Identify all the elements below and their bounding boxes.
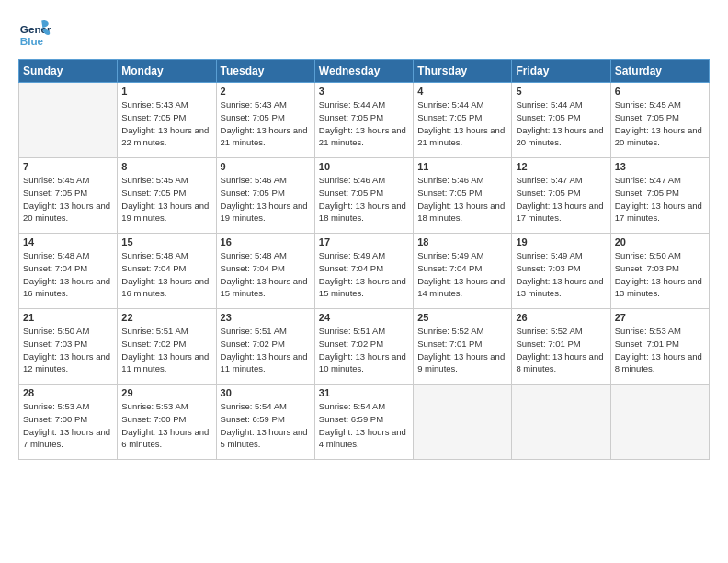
cell-content: Sunrise: 5:45 AM Sunset: 7:05 PM Dayligh… [615,98,705,149]
cell-content: Sunrise: 5:45 AM Sunset: 7:05 PM Dayligh… [23,174,113,224]
day-number: 11 [417,161,507,172]
daylight-label: Daylight: 13 hours and 17 minutes. [615,201,702,224]
calendar-cell: 15 Sunrise: 5:48 AM Sunset: 7:04 PM Dayl… [118,234,216,309]
daylight-label: Daylight: 13 hours and 5 minutes. [221,427,308,450]
sunset-label: Sunset: 7:04 PM [417,263,482,273]
day-header-sunday: Sunday [19,60,118,83]
calendar-cell: 11 Sunrise: 5:46 AM Sunset: 7:05 PM Dayl… [414,158,512,234]
week-row-5: 28 Sunrise: 5:53 AM Sunset: 7:00 PM Dayl… [19,385,710,460]
calendar-cell: 20 Sunrise: 5:50 AM Sunset: 7:03 PM Dayl… [610,234,709,309]
sunset-label: Sunset: 7:01 PM [615,339,679,349]
day-number: 30 [221,387,311,398]
daylight-label: Daylight: 13 hours and 20 minutes. [23,201,110,224]
sunrise-label: Sunrise: 5:45 AM [23,175,89,185]
calendar: SundayMondayTuesdayWednesdayThursdayFrid… [18,59,710,460]
logo: General Blue [18,17,55,50]
cell-content: Sunrise: 5:48 AM Sunset: 7:04 PM Dayligh… [121,249,211,300]
daylight-label: Daylight: 13 hours and 19 minutes. [121,201,209,224]
sunrise-label: Sunrise: 5:52 AM [417,326,483,336]
cell-content: Sunrise: 5:48 AM Sunset: 7:04 PM Dayligh… [23,249,113,300]
calendar-cell: 23 Sunrise: 5:51 AM Sunset: 7:02 PM Dayl… [216,309,314,385]
day-number: 17 [319,236,409,247]
cell-content: Sunrise: 5:51 AM Sunset: 7:02 PM Dayligh… [319,325,409,375]
daylight-label: Daylight: 13 hours and 8 minutes. [516,351,603,374]
cell-content: Sunrise: 5:50 AM Sunset: 7:03 PM Dayligh… [23,325,113,375]
week-row-3: 14 Sunrise: 5:48 AM Sunset: 7:04 PM Dayl… [19,234,710,309]
calendar-cell [414,385,512,460]
calendar-cell [512,385,610,460]
cell-content: Sunrise: 5:53 AM Sunset: 7:00 PM Dayligh… [121,400,211,451]
cell-content: Sunrise: 5:52 AM Sunset: 7:01 PM Dayligh… [516,325,606,375]
daylight-label: Daylight: 13 hours and 21 minutes. [221,125,308,148]
calendar-cell: 19 Sunrise: 5:49 AM Sunset: 7:03 PM Dayl… [512,234,610,309]
sunset-label: Sunset: 7:03 PM [615,263,679,273]
calendar-cell: 18 Sunrise: 5:49 AM Sunset: 7:04 PM Dayl… [414,234,512,309]
daylight-label: Daylight: 13 hours and 11 minutes. [221,351,308,374]
day-header-wednesday: Wednesday [314,60,413,83]
daylight-label: Daylight: 13 hours and 13 minutes. [615,276,702,299]
day-number: 22 [121,312,211,323]
sunset-label: Sunset: 7:02 PM [121,339,186,349]
calendar-cell: 8 Sunrise: 5:45 AM Sunset: 7:05 PM Dayli… [118,158,216,234]
calendar-cell: 28 Sunrise: 5:53 AM Sunset: 7:00 PM Dayl… [19,385,118,460]
cell-content: Sunrise: 5:49 AM Sunset: 7:04 PM Dayligh… [319,249,409,300]
daylight-label: Daylight: 13 hours and 22 minutes. [121,125,209,148]
daylight-label: Daylight: 13 hours and 12 minutes. [23,351,110,374]
cell-content: Sunrise: 5:52 AM Sunset: 7:01 PM Dayligh… [417,325,507,375]
daylight-label: Daylight: 13 hours and 21 minutes. [319,125,406,148]
calendar-cell [610,385,709,460]
sunset-label: Sunset: 7:05 PM [121,112,186,122]
sunset-label: Sunset: 7:05 PM [319,112,383,122]
daylight-label: Daylight: 13 hours and 13 minutes. [516,276,603,299]
calendar-cell: 30 Sunrise: 5:54 AM Sunset: 6:59 PM Dayl… [216,385,314,460]
daylight-label: Daylight: 13 hours and 4 minutes. [319,427,406,450]
sunrise-label: Sunrise: 5:47 AM [516,175,582,185]
calendar-cell: 13 Sunrise: 5:47 AM Sunset: 7:05 PM Dayl… [610,158,709,234]
daylight-label: Daylight: 13 hours and 8 minutes. [615,351,702,374]
sunrise-label: Sunrise: 5:53 AM [615,326,681,336]
day-number: 13 [615,161,705,172]
calendar-cell: 31 Sunrise: 5:54 AM Sunset: 6:59 PM Dayl… [314,385,413,460]
calendar-cell: 3 Sunrise: 5:44 AM Sunset: 7:05 PM Dayli… [314,83,413,158]
calendar-cell: 27 Sunrise: 5:53 AM Sunset: 7:01 PM Dayl… [610,309,709,385]
daylight-label: Daylight: 13 hours and 15 minutes. [319,276,406,299]
day-number: 6 [615,86,705,97]
day-number: 19 [516,236,606,247]
daylight-label: Daylight: 13 hours and 17 minutes. [516,201,603,224]
calendar-cell: 7 Sunrise: 5:45 AM Sunset: 7:05 PM Dayli… [19,158,118,234]
daylight-label: Daylight: 13 hours and 20 minutes. [615,125,702,148]
cell-content: Sunrise: 5:43 AM Sunset: 7:05 PM Dayligh… [221,98,311,149]
sunset-label: Sunset: 7:03 PM [23,339,87,349]
day-number: 31 [319,387,409,398]
cell-content: Sunrise: 5:44 AM Sunset: 7:05 PM Dayligh… [319,98,409,149]
sunrise-label: Sunrise: 5:44 AM [516,99,582,109]
day-header-friday: Friday [512,60,610,83]
week-row-1: 1 Sunrise: 5:43 AM Sunset: 7:05 PM Dayli… [19,83,710,158]
daylight-label: Daylight: 13 hours and 21 minutes. [417,125,505,148]
day-number: 14 [23,236,113,247]
sunset-label: Sunset: 7:05 PM [615,112,679,122]
cell-content: Sunrise: 5:43 AM Sunset: 7:05 PM Dayligh… [121,98,211,149]
calendar-cell [19,83,118,158]
cell-content: Sunrise: 5:50 AM Sunset: 7:03 PM Dayligh… [615,249,705,300]
sunrise-label: Sunrise: 5:47 AM [615,175,681,185]
sunset-label: Sunset: 7:05 PM [516,188,580,198]
daylight-label: Daylight: 13 hours and 14 minutes. [417,276,505,299]
sunset-label: Sunset: 7:01 PM [417,339,482,349]
day-number: 15 [121,236,211,247]
sunrise-label: Sunrise: 5:54 AM [221,401,287,411]
sunset-label: Sunset: 7:04 PM [23,263,87,273]
sunrise-label: Sunrise: 5:48 AM [23,250,89,260]
sunrise-label: Sunrise: 5:52 AM [516,326,582,336]
daylight-label: Daylight: 13 hours and 11 minutes. [121,351,209,374]
sunrise-label: Sunrise: 5:49 AM [516,250,582,260]
sunset-label: Sunset: 7:04 PM [121,263,186,273]
calendar-cell: 22 Sunrise: 5:51 AM Sunset: 7:02 PM Dayl… [118,309,216,385]
cell-content: Sunrise: 5:53 AM Sunset: 7:00 PM Dayligh… [23,400,113,451]
day-number: 25 [417,312,507,323]
sunrise-label: Sunrise: 5:51 AM [319,326,385,336]
sunrise-label: Sunrise: 5:53 AM [23,401,89,411]
cell-content: Sunrise: 5:45 AM Sunset: 7:05 PM Dayligh… [121,174,211,224]
daylight-label: Daylight: 13 hours and 9 minutes. [417,351,505,374]
calendar-cell: 16 Sunrise: 5:48 AM Sunset: 7:04 PM Dayl… [216,234,314,309]
